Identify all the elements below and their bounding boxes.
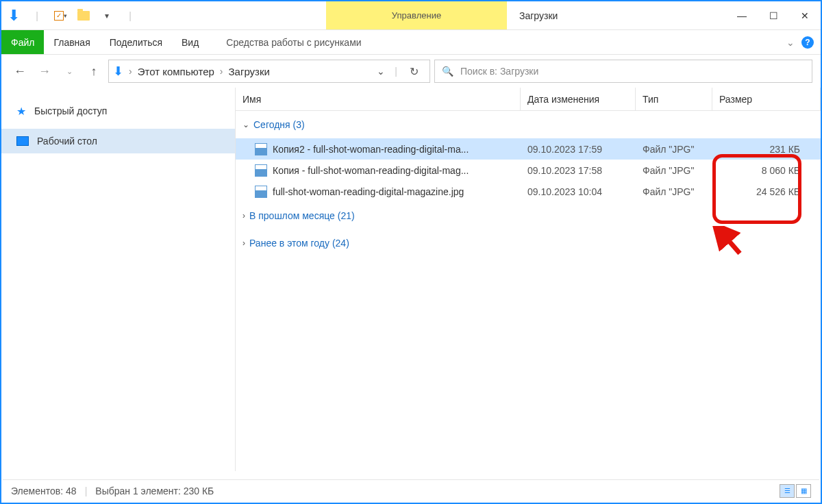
group-label: Сегодня (3) (253, 119, 305, 130)
file-row[interactable]: Копия - full-shot-woman-reading-digital-… (236, 160, 821, 181)
file-type-cell: Файл "JPG" (636, 144, 712, 155)
column-date[interactable]: Дата изменения (521, 88, 636, 110)
file-size-cell: 24 526 КБ (712, 186, 821, 197)
file-type-cell: Файл "JPG" (636, 186, 712, 197)
download-icon[interactable]: ⬇ (4, 6, 23, 25)
file-size-cell: 231 КБ (712, 144, 821, 155)
group-today[interactable]: ⌄ Сегодня (3) (236, 111, 821, 138)
minimize-button[interactable]: — (726, 5, 758, 26)
window-title: Загрузки (507, 1, 570, 29)
file-date-cell: 09.10.2023 17:58 (521, 165, 636, 176)
properties-icon[interactable]: ✓▾ (51, 6, 70, 25)
chevron-right-icon: › (242, 238, 245, 248)
ribbon-tabs: Файл Главная Поделиться Вид Средства раб… (1, 30, 821, 55)
location-icon: ⬇ (113, 64, 123, 79)
column-type[interactable]: Тип (636, 88, 712, 110)
jpg-file-icon (255, 143, 267, 155)
file-tab[interactable]: Файл (1, 30, 44, 54)
chevron-right-icon[interactable]: › (129, 66, 132, 77)
group-label: Ранее в этом году (24) (249, 238, 349, 249)
column-name[interactable]: Имя (236, 88, 521, 110)
file-name-cell: full-shot-woman-reading-digital-magazine… (236, 186, 521, 198)
file-name: Копия - full-shot-woman-reading-digital-… (273, 165, 469, 176)
sidebar-item-desktop[interactable]: Рабочий стол (1, 129, 235, 153)
status-separator: | (85, 486, 88, 496)
jpg-file-icon (255, 164, 267, 177)
breadcrumb-root[interactable]: Этот компьютер (138, 66, 214, 77)
sidebar-item-quickaccess[interactable]: ★ Быстрый доступ (1, 99, 235, 123)
column-size[interactable]: Размер (712, 88, 821, 110)
search-icon: 🔍 (442, 66, 453, 77)
breadcrumb-folder[interactable]: Загрузки (229, 66, 270, 77)
chevron-right-icon[interactable]: › (220, 66, 223, 77)
column-headers: Имя Дата изменения Тип Размер (236, 88, 821, 111)
group-lastmonth[interactable]: › В прошлом месяце (21) (236, 202, 821, 229)
chevron-down-icon: ⌄ (242, 120, 249, 129)
file-row[interactable]: Копия2 - full-shot-woman-reading-digital… (236, 138, 821, 160)
up-button[interactable]: ↑ (84, 61, 104, 81)
file-list-pane: Имя Дата изменения Тип Размер ⌄ Сегодня … (236, 88, 821, 471)
refresh-button[interactable]: ↻ (403, 65, 425, 78)
jpg-file-icon (255, 186, 267, 198)
home-tab[interactable]: Главная (44, 30, 99, 54)
sidebar-item-label: Рабочий стол (37, 136, 97, 147)
file-date-cell: 09.10.2023 17:59 (521, 144, 636, 155)
file-type-cell: Файл "JPG" (636, 165, 712, 176)
details-view-button[interactable]: ☰ (780, 484, 795, 498)
close-button[interactable]: ✕ (789, 5, 821, 26)
quick-access-toolbar: ⬇ | ✓▾ ▾ | (1, 1, 142, 29)
file-name: Копия2 - full-shot-woman-reading-digital… (273, 144, 469, 155)
status-selected: Выбран 1 элемент: 230 КБ (95, 486, 214, 496)
file-date-cell: 09.10.2023 10:04 (521, 186, 636, 197)
file-name-cell: Копия - full-shot-woman-reading-digital-… (236, 164, 521, 177)
picture-tools-tab[interactable]: Средства работы с рисунками (216, 30, 371, 54)
folder-icon[interactable] (74, 6, 93, 25)
star-icon: ★ (16, 105, 26, 118)
group-earlier[interactable]: › Ранее в этом году (24) (236, 229, 821, 257)
desktop-icon (16, 136, 29, 146)
status-count: 48 (66, 486, 77, 496)
maximize-button[interactable]: ☐ (758, 5, 789, 26)
share-tab[interactable]: Поделиться (100, 30, 172, 54)
ribbon-collapse-icon[interactable]: ⌄ (786, 37, 795, 48)
thumbnail-view-button[interactable]: ▦ (796, 484, 811, 498)
file-name-cell: Копия2 - full-shot-woman-reading-digital… (236, 143, 521, 155)
status-bar: Элементов: 48 | Выбран 1 элемент: 230 КБ… (3, 479, 819, 501)
status-count-label: Элементов: (11, 486, 63, 496)
window-controls: — ☐ ✕ (726, 1, 821, 29)
address-dropdown-icon[interactable]: ⌄ (373, 66, 389, 77)
navigation-bar: ← → ⌄ ↑ ⬇ › Этот компьютер › Загрузки ⌄ … (1, 55, 821, 88)
qat-separator: | (27, 6, 47, 25)
qat-customize-icon[interactable]: ▾ (97, 6, 116, 25)
manage-contextual-tab[interactable]: Управление (326, 1, 507, 29)
file-name: full-shot-woman-reading-digital-magazine… (273, 186, 464, 197)
forward-button[interactable]: → (34, 61, 55, 81)
chevron-right-icon: › (242, 211, 245, 220)
group-label: В прошлом месяце (21) (249, 210, 355, 221)
back-button[interactable]: ← (10, 61, 30, 81)
addr-separator: | (395, 66, 397, 77)
sidebar-item-label: Быстрый доступ (34, 105, 107, 116)
recent-dropdown-icon[interactable]: ⌄ (59, 61, 79, 81)
file-row[interactable]: full-shot-woman-reading-digital-magazine… (236, 181, 821, 202)
file-size-cell: 8 060 КБ (712, 165, 821, 176)
address-bar[interactable]: ⬇ › Этот компьютер › Загрузки ⌄ | ↻ (108, 60, 430, 83)
search-placeholder: Поиск в: Загрузки (460, 66, 538, 77)
navigation-pane: ★ Быстрый доступ Рабочий стол (1, 88, 236, 471)
qat-separator2: | (121, 6, 140, 25)
search-input[interactable]: 🔍 Поиск в: Загрузки (434, 60, 812, 83)
help-icon[interactable]: ? (801, 36, 814, 49)
titlebar: ⬇ | ✓▾ ▾ | Управление Загрузки — ☐ ✕ (1, 1, 821, 30)
view-tab[interactable]: Вид (172, 30, 208, 54)
